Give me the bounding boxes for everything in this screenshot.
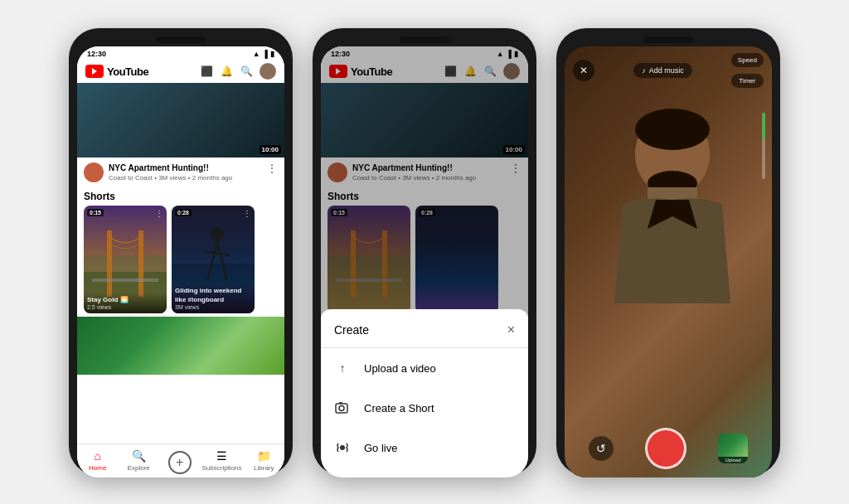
status-time-1: 12:30 xyxy=(87,50,106,58)
svg-rect-3 xyxy=(138,230,143,297)
battery-icon: ▮ xyxy=(270,50,274,58)
cast-icon-1[interactable]: ⬛ xyxy=(200,65,213,78)
short-title-1: Stay Gold 🌅 xyxy=(87,296,163,304)
nav-subs-label-1: Subscriptions xyxy=(202,464,242,472)
short-info-2: Gliding into weekend like #longboard 3M … xyxy=(172,284,255,313)
upload-from-gallery-button[interactable]: Upload xyxy=(718,434,748,463)
camera-right-controls: Speed Timer xyxy=(731,53,764,88)
recording-progress-fill xyxy=(762,113,765,139)
camera-close-button[interactable]: ✕ xyxy=(573,60,594,81)
short-thumb-1: 0:15 ⋮ Stay Gold 🌅 2.5 views xyxy=(84,206,167,313)
short-duration-1: 0:15 xyxy=(87,209,104,216)
phone-3: ✕ ♪ Add music Speed Timer ↺ Upload xyxy=(556,28,780,476)
flip-camera-button[interactable]: ↺ xyxy=(589,436,614,461)
upload-button-label: Upload xyxy=(718,457,748,463)
main-video-thumb-1[interactable]: 10:00 xyxy=(77,83,284,158)
landscape-thumb-1[interactable] xyxy=(77,317,284,375)
status-bar-1: 12:30 ▲ ▐ ▮ xyxy=(77,46,284,60)
nav-explore-1[interactable]: 🔍 Explore xyxy=(119,444,160,477)
create-short-label: Create a Short xyxy=(364,402,434,414)
svg-rect-4 xyxy=(92,279,158,282)
bottom-nav-1: ⌂ Home 🔍 Explore + ☰ Subscriptions 📁 Lib… xyxy=(77,443,284,477)
record-button[interactable] xyxy=(645,428,686,469)
shorts-section-title-1: Shorts xyxy=(77,187,284,206)
phone-2: 12:30 ▲ ▐ ▮ YouTube ⬛ 🔔 🔍 10:00 xyxy=(313,28,536,476)
video-duration-1: 10:00 xyxy=(260,145,281,154)
svg-rect-13 xyxy=(339,402,342,404)
short-more-1[interactable]: ⋮ xyxy=(155,209,163,218)
yt-logo-icon-1 xyxy=(85,65,104,78)
camera-icon-svg xyxy=(335,401,350,414)
nav-library-label-1: Library xyxy=(254,464,274,472)
modal-title: Create xyxy=(334,323,369,337)
svg-point-12 xyxy=(339,406,344,411)
create-button-1[interactable]: + xyxy=(168,451,192,474)
phone-screen-3: ✕ ♪ Add music Speed Timer ↺ Upload xyxy=(565,46,772,477)
status-icons-1: ▲ ▐ ▮ xyxy=(253,50,274,58)
yt-header-1: YouTube ⬛ 🔔 🔍 xyxy=(77,60,284,83)
video-title-1: NYC Apartment Hunting!! xyxy=(109,162,261,173)
short-views-1: 2.5 views xyxy=(87,304,163,310)
search-icon-1[interactable]: 🔍 xyxy=(240,65,253,78)
short-camera-icon xyxy=(334,400,351,416)
upload-icon: ↑ xyxy=(334,360,351,376)
svg-rect-2 xyxy=(107,230,112,297)
modal-header: Create × xyxy=(321,322,528,348)
live-icon-svg xyxy=(335,441,350,454)
nav-library-1[interactable]: 📁 Library xyxy=(244,444,284,477)
modal-live-item[interactable]: Go live xyxy=(321,428,528,468)
recording-progress-bar xyxy=(762,113,765,179)
phone-notch-1 xyxy=(156,36,206,43)
phone-1: 12:30 ▲ ▐ ▮ YouTube ⬛ 🔔 🔍 10:00 xyxy=(69,28,293,476)
svg-point-6 xyxy=(211,227,224,242)
speed-button[interactable]: Speed xyxy=(731,53,764,67)
short-card-2[interactable]: 0:28 ⋮ Gliding into weekend like #longbo… xyxy=(172,206,255,313)
bell-icon-1[interactable]: 🔔 xyxy=(220,65,233,78)
modal-short-item[interactable]: Create a Short xyxy=(321,388,528,428)
nav-home-label-1: Home xyxy=(89,464,106,472)
nav-home-1[interactable]: ⌂ Home xyxy=(77,444,119,477)
person-camera-svg xyxy=(581,96,747,303)
more-options-icon-1[interactable]: ⋮ xyxy=(266,162,278,174)
video-meta-1: NYC Apartment Hunting!! Coast to Coast •… xyxy=(109,162,261,182)
nav-create-1[interactable]: + xyxy=(159,444,201,477)
short-info-1: Stay Gold 🌅 2.5 views xyxy=(84,293,167,313)
wifi-icon: ▲ xyxy=(253,50,260,58)
subscriptions-icon-1: ☰ xyxy=(216,449,227,463)
user-avatar-1[interactable] xyxy=(260,63,276,80)
phone-screen-2: 12:30 ▲ ▐ ▮ YouTube ⬛ 🔔 🔍 10:00 xyxy=(321,46,528,477)
short-more-2[interactable]: ⋮ xyxy=(243,209,251,218)
gallery-preview xyxy=(718,434,748,457)
phone-notch-3 xyxy=(643,36,693,43)
upload-label: Upload a video xyxy=(364,362,436,375)
svg-point-16 xyxy=(635,109,710,150)
yt-logo-text-1: YouTube xyxy=(107,65,148,78)
video-subtitle-1: Coast to Coast • 3M views • 2 months ago xyxy=(109,174,261,182)
explore-icon-1: 🔍 xyxy=(132,449,146,463)
camera-bottom-bar: ↺ Upload xyxy=(565,428,772,469)
shorts-row-1: 0:15 ⋮ Stay Gold 🌅 2.5 views xyxy=(77,206,284,313)
svg-point-14 xyxy=(340,445,345,450)
svg-rect-11 xyxy=(336,404,347,413)
nav-explore-label-1: Explore xyxy=(128,464,150,472)
signal-icon: ▐ xyxy=(263,50,268,58)
camera-top-bar: ✕ ♪ Add music Speed Timer xyxy=(565,46,772,94)
video-info-row-1: NYC Apartment Hunting!! Coast to Coast •… xyxy=(77,158,284,187)
music-note-icon: ♪ xyxy=(642,66,646,75)
channel-avatar-1 xyxy=(84,162,104,182)
short-thumb-2: 0:28 ⋮ Gliding into weekend like #longbo… xyxy=(172,206,255,313)
timer-button[interactable]: Timer xyxy=(731,74,764,88)
modal-close-button[interactable]: × xyxy=(507,322,515,337)
yt-header-icons-1: ⬛ 🔔 🔍 xyxy=(200,63,276,80)
nav-subscriptions-1[interactable]: ☰ Subscriptions xyxy=(201,444,244,477)
short-card-1[interactable]: 0:15 ⋮ Stay Gold 🌅 2.5 views xyxy=(84,206,167,313)
library-icon-1: 📁 xyxy=(257,449,271,463)
go-live-label: Go live xyxy=(364,442,397,454)
modal-upload-item[interactable]: ↑ Upload a video xyxy=(321,348,528,388)
create-modal-sheet: Create × ↑ Upload a video Create a Short xyxy=(321,309,528,477)
add-music-label: Add music xyxy=(649,66,684,75)
live-icon xyxy=(334,439,351,456)
phone-notch-2 xyxy=(400,36,449,43)
add-music-button[interactable]: ♪ Add music xyxy=(633,63,692,78)
short-duration-2: 0:28 xyxy=(175,209,192,216)
